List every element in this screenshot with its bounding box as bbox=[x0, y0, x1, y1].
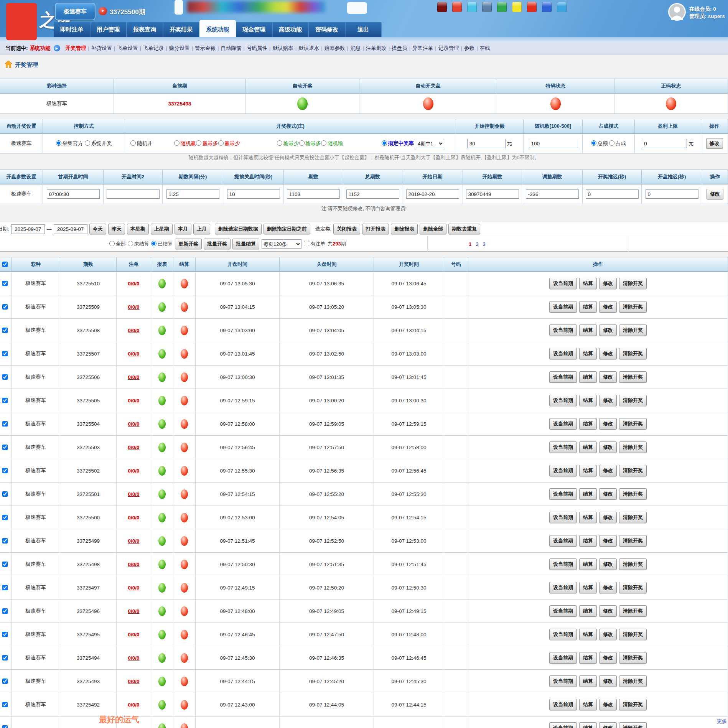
report-status-orb[interactable] bbox=[158, 630, 166, 639]
mode-win-most[interactable]: 赢最多 bbox=[196, 140, 218, 147]
row-clear-draw-button[interactable]: 清除开奖 bbox=[619, 371, 647, 383]
settle-status-orb[interactable] bbox=[181, 419, 188, 429]
row-clear-draw-button[interactable]: 清除开奖 bbox=[619, 535, 647, 547]
row-settle-button[interactable]: 结算 bbox=[579, 465, 597, 476]
row-settle-button[interactable]: 结算 bbox=[579, 348, 597, 359]
control-option-official[interactable]: 采集官方 bbox=[56, 140, 83, 147]
row-checkbox[interactable] bbox=[2, 421, 8, 427]
settle-status-orb[interactable] bbox=[181, 677, 188, 686]
mode-random-open-radio[interactable] bbox=[130, 140, 136, 146]
row-checkbox[interactable] bbox=[2, 702, 8, 707]
row-clear-draw-button[interactable]: 清除开奖 bbox=[619, 512, 647, 523]
row-bets-link[interactable]: 0/0/0 bbox=[128, 304, 139, 310]
row-modify-button[interactable]: 修改 bbox=[599, 465, 617, 476]
submenu-item-4[interactable]: 飞单记录 bbox=[143, 45, 164, 52]
submenu-item-7[interactable]: 自动降倍 bbox=[221, 45, 242, 52]
report-status-orb[interactable] bbox=[158, 723, 166, 728]
control-system-radio[interactable] bbox=[85, 140, 90, 146]
row-bets-link[interactable]: 0/0/0 bbox=[128, 281, 139, 287]
close-report-button[interactable]: 关闭报表 bbox=[333, 224, 360, 234]
report-status-orb[interactable] bbox=[158, 560, 166, 569]
row-modify-button[interactable]: 修改 bbox=[599, 699, 617, 710]
filter-unsettled-radio[interactable] bbox=[128, 241, 133, 246]
game-icon-4[interactable] bbox=[482, 2, 492, 12]
row-modify-button[interactable]: 修改 bbox=[599, 324, 617, 336]
row-bets-link[interactable]: 0/0/0 bbox=[128, 468, 139, 474]
open-param-input-4[interactable] bbox=[227, 189, 280, 199]
row-clear-draw-button[interactable]: 清除开奖 bbox=[619, 629, 647, 640]
mode-win-least[interactable]: 赢最少 bbox=[218, 140, 240, 147]
share-total[interactable]: 总额 bbox=[591, 140, 608, 147]
pagination-page-1[interactable]: 1 bbox=[469, 241, 471, 247]
mode-specified-rate[interactable]: 指定中奖率 bbox=[382, 140, 414, 147]
submenu-item-14[interactable]: 操盘员 bbox=[392, 45, 407, 52]
mode-random-win[interactable]: 随机赢 bbox=[174, 140, 196, 147]
report-status-orb[interactable] bbox=[158, 677, 166, 686]
mode-random-lose[interactable]: 随机输 bbox=[321, 140, 343, 147]
row-bets-link[interactable]: 0/0/0 bbox=[128, 515, 139, 520]
row-settle-button[interactable]: 结算 bbox=[579, 675, 597, 687]
row-settle-button[interactable]: 结算 bbox=[579, 418, 597, 430]
report-status-orb[interactable] bbox=[158, 466, 166, 476]
mode-lose-most[interactable]: 输最多 bbox=[299, 140, 321, 147]
submenu-item-12[interactable]: 消息 bbox=[350, 45, 361, 52]
row-set-current-period-button[interactable]: 设当前期 bbox=[549, 558, 577, 570]
nav-tab-6[interactable]: 现金管理 bbox=[236, 22, 272, 37]
has-bets-checkbox[interactable] bbox=[304, 241, 309, 246]
row-set-current-period-button[interactable]: 设当前期 bbox=[549, 465, 577, 476]
row-checkbox[interactable] bbox=[2, 515, 8, 520]
open-param-input-8[interactable] bbox=[466, 189, 519, 199]
row-set-current-period-button[interactable]: 设当前期 bbox=[549, 301, 577, 313]
row-clear-draw-button[interactable]: 清除开奖 bbox=[619, 488, 647, 500]
report-status-orb[interactable] bbox=[158, 583, 166, 593]
row-settle-button[interactable]: 结算 bbox=[579, 278, 597, 289]
row-settle-button[interactable]: 结算 bbox=[579, 582, 597, 593]
this-week-button[interactable]: 本星期 bbox=[127, 224, 149, 234]
settle-status-orb[interactable] bbox=[181, 630, 188, 639]
row-set-current-period-button[interactable]: 设当前期 bbox=[549, 722, 577, 728]
row-checkbox[interactable] bbox=[2, 608, 8, 614]
special-code-status-orb[interactable] bbox=[550, 97, 561, 110]
settle-status-orb[interactable] bbox=[181, 372, 188, 382]
row-settle-button[interactable]: 结算 bbox=[579, 395, 597, 406]
row-clear-draw-button[interactable]: 清除开奖 bbox=[619, 652, 647, 664]
open-param-input-9[interactable] bbox=[526, 189, 579, 199]
row-bets-link[interactable]: 0/0/0 bbox=[128, 445, 139, 450]
date-from-input[interactable] bbox=[11, 224, 45, 234]
nav-tab-3[interactable]: 报表查询 bbox=[127, 22, 163, 37]
row-checkbox[interactable] bbox=[2, 445, 8, 450]
settle-status-orb[interactable] bbox=[181, 466, 188, 476]
report-status-orb[interactable] bbox=[158, 372, 166, 382]
icon-strip-scroll-thumb-2[interactable] bbox=[347, 2, 367, 14]
settle-status-orb[interactable] bbox=[181, 349, 188, 359]
row-settle-button[interactable]: 结算 bbox=[579, 605, 597, 617]
row-bets-link[interactable]: 0/0/0 bbox=[128, 655, 139, 661]
submenu-item-17[interactable]: 参数 bbox=[464, 45, 474, 52]
row-set-current-period-button[interactable]: 设当前期 bbox=[549, 582, 577, 593]
row-settle-button[interactable]: 结算 bbox=[579, 535, 597, 547]
random-number-input[interactable] bbox=[529, 139, 577, 148]
row-clear-draw-button[interactable]: 清除开奖 bbox=[619, 465, 647, 476]
row-set-current-period-button[interactable]: 设当前期 bbox=[549, 395, 577, 406]
page-size-select[interactable]: 每页120条 bbox=[262, 239, 301, 249]
row-checkbox[interactable] bbox=[2, 468, 8, 473]
mode-specified-rate-radio[interactable] bbox=[382, 140, 387, 146]
report-status-orb[interactable] bbox=[158, 513, 166, 522]
report-status-orb[interactable] bbox=[158, 349, 166, 359]
auto-gate-status-orb[interactable] bbox=[423, 97, 433, 110]
row-settle-button[interactable]: 结算 bbox=[579, 301, 597, 313]
row-set-current-period-button[interactable]: 设当前期 bbox=[549, 441, 577, 453]
row-checkbox[interactable] bbox=[2, 632, 8, 637]
nav-tab-7[interactable]: 高级功能 bbox=[272, 22, 309, 37]
update-draw-button[interactable]: 更新开奖 bbox=[175, 239, 202, 249]
report-status-orb[interactable] bbox=[158, 326, 166, 335]
row-clear-draw-button[interactable]: 清除开奖 bbox=[619, 582, 647, 593]
last-week-button[interactable]: 上星期 bbox=[151, 224, 173, 234]
nav-tab-2[interactable]: 用户管理 bbox=[90, 22, 127, 37]
row-bets-link[interactable]: 0/0/0 bbox=[128, 421, 139, 427]
row-modify-button[interactable]: 修改 bbox=[599, 301, 617, 313]
row-settle-button[interactable]: 结算 bbox=[579, 441, 597, 453]
row-clear-draw-button[interactable]: 清除开奖 bbox=[619, 395, 647, 406]
row-clear-draw-button[interactable]: 清除开奖 bbox=[619, 348, 647, 359]
row-set-current-period-button[interactable]: 设当前期 bbox=[549, 418, 577, 430]
